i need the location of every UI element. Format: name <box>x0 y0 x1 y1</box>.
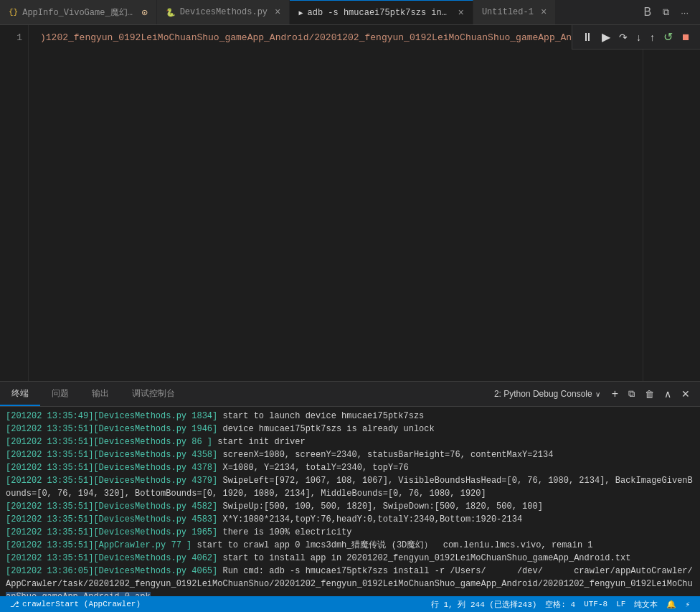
line-number-1: 1 <box>11 31 22 45</box>
tab-terminal-label: adb -s hmucaei75ptk7szs install -r /User <box>308 8 451 18</box>
debug-continue-btn[interactable]: ▶ <box>598 28 614 46</box>
json-icon: {} <box>9 8 18 17</box>
git-branch-icon: ⎇ <box>10 600 19 609</box>
console-label: 2: Python Debug Console <box>494 389 592 399</box>
debug-step-out-btn[interactable]: ↑ <box>646 29 658 45</box>
split-terminal-btn[interactable]: ⧉ <box>624 385 639 402</box>
status-indent[interactable]: 空格: 4 <box>541 599 580 610</box>
log-line-12: [201202 13:36:05][DevicesMethods.py 4065… <box>6 565 694 578</box>
tab-group: {} AppInfo_VivoGame_魔幻_20201130_110856.j… <box>0 0 632 24</box>
title-bar: {} AppInfo_VivoGame_魔幻_20201130_110856.j… <box>0 0 700 25</box>
status-bar: ⎇ crawlerStart (AppCrawler) 行 1, 列 244 (… <box>0 596 700 612</box>
tab-py-label: DevicesMethods.py <box>180 7 268 17</box>
title-bar-actions: B ⧉ ··· <box>632 0 700 24</box>
tab-py[interactable]: 🐍 DevicesMethods.py × <box>157 0 290 24</box>
log-line-9: [201202 13:35:51][DevicesMethods.py 1965… <box>6 526 694 539</box>
tab-terminal[interactable]: ▶ adb -s hmucaei75ptk7szs install -r /Us… <box>290 0 473 24</box>
editor-content: 1 )1202_fengyun_0192LeiMoChuanShuo_gameA… <box>0 25 700 381</box>
tab-untitled[interactable]: Untitled-1 × <box>473 0 556 24</box>
log-line-10: [201202 13:35:51][AppCrawler.py 77 ] sta… <box>6 539 694 552</box>
log-line-2: [201202 13:35:51][DevicesMethods.py 1946… <box>6 423 694 436</box>
power-icon: ⚡ <box>685 600 690 609</box>
code-line-1: )1202_fengyun_0192LeiMoChuanShuo_gameApp… <box>40 31 631 45</box>
editor-code[interactable]: )1202_fengyun_0192LeiMoChuanShuo_gameApp… <box>29 25 643 381</box>
debug-pause-btn[interactable]: ⏸ <box>578 29 597 46</box>
tab-json-label: AppInfo_VivoGame_魔幻_20201130_110856.json <box>22 6 137 19</box>
tab-json[interactable]: {} AppInfo_VivoGame_魔幻_20201130_110856.j… <box>0 0 157 24</box>
line-numbers: 1 <box>0 25 29 381</box>
notification-icon: 🔔 <box>666 600 676 609</box>
eol-label: LF <box>616 600 625 608</box>
log-line-8: [201202 13:35:51][DevicesMethods.py 4583… <box>6 513 694 526</box>
status-encoding[interactable]: UTF-8 <box>580 600 612 608</box>
branch-label: crawlerStart (AppCrawler) <box>22 600 141 608</box>
minimap <box>643 25 700 381</box>
status-branch[interactable]: ⎇ crawlerStart (AppCrawler) <box>6 596 145 612</box>
log-line-5: [201202 13:35:51][DevicesMethods.py 4378… <box>6 461 694 474</box>
python-icon: 🐍 <box>166 8 176 17</box>
split-editor-btn[interactable]: ⧉ <box>660 5 672 19</box>
tab-untitled-label: Untitled-1 <box>482 7 534 17</box>
log-line-3: [201202 13:35:51][DevicesMethods.py 86 ]… <box>6 436 694 448</box>
log-line-7: [201202 13:35:51][DevicesMethods.py 4582… <box>6 500 694 513</box>
language-label: 纯文本 <box>634 599 658 610</box>
log-line-11: [201202 13:35:51][DevicesMethods.py 4062… <box>6 552 694 565</box>
panel-tab-terminal[interactable]: 终端 <box>0 382 40 406</box>
debug-step-over-btn[interactable]: ↷ <box>615 29 631 45</box>
delete-terminal-btn[interactable]: 🗑 <box>640 386 658 402</box>
log-line-12b: AppCrawler/task/20201202_fengyun_0192Lei… <box>6 578 694 590</box>
status-right: 行 1, 列 244 (已选择243) 空格: 4 UTF-8 LF 纯文本 🔔… <box>427 599 694 610</box>
cursor-position-label: 行 1, 列 244 (已选择243) <box>431 599 536 610</box>
debug-restart-btn[interactable]: ↺ <box>660 28 676 46</box>
panel-tab-problems[interactable]: 问题 <box>40 382 80 406</box>
terminal-content[interactable]: [201202 13:35:49][DevicesMethods.py 1834… <box>0 407 700 596</box>
terminal-icon: ▶ <box>298 9 303 17</box>
status-notifications[interactable]: 🔔 <box>662 600 681 609</box>
log-line-6b: ounds=[0, 76, 194, 320], BottomBounds=[0… <box>6 487 694 500</box>
maximize-panel-btn[interactable]: ∧ <box>660 385 676 402</box>
tab-untitled-close[interactable]: × <box>541 7 547 17</box>
log-line-12c: anShuo_gameApp_Android_0.apk <box>6 590 694 596</box>
tab-modified-json: ⊙ <box>141 6 147 19</box>
log-line-1: [201202 13:35:49][DevicesMethods.py 1834… <box>6 410 694 423</box>
status-eol[interactable]: LF <box>612 600 630 608</box>
status-power[interactable]: ⚡ <box>681 600 694 609</box>
debug-step-into-btn[interactable]: ↓ <box>633 29 645 45</box>
console-selector[interactable]: 2: Python Debug Console ∨ <box>488 386 606 402</box>
log-line-6: [201202 13:35:51][DevicesMethods.py 4379… <box>6 474 694 487</box>
tab-terminal-close[interactable]: × <box>458 8 464 18</box>
encoding-label: UTF-8 <box>584 600 607 608</box>
panel-area: 终端 问题 输出 调试控制台 2: Python Debug Console ∨… <box>0 381 700 596</box>
panel-tab-output[interactable]: 输出 <box>80 382 120 406</box>
status-cursor[interactable]: 行 1, 列 244 (已选择243) <box>427 599 541 610</box>
bold-btn[interactable]: B <box>640 4 654 20</box>
panel-tabs: 终端 问题 输出 调试控制台 2: Python Debug Console ∨… <box>0 382 700 407</box>
editor-area: ⏸ ▶ ↷ ↓ ↑ ↺ ⏹ 1 )1202_fengyun_0192LeiMoC… <box>0 25 700 381</box>
indent-label: 空格: 4 <box>545 599 575 610</box>
debug-stop-btn[interactable]: ⏹ <box>678 29 694 44</box>
debug-toolbar: ⏸ ▶ ↷ ↓ ↑ ↺ ⏹ <box>572 25 700 50</box>
tab-py-close[interactable]: × <box>275 7 280 17</box>
more-btn[interactable]: ··· <box>678 6 691 19</box>
add-terminal-btn[interactable]: + <box>607 385 623 403</box>
close-panel-btn[interactable]: ✕ <box>677 385 694 402</box>
log-line-4: [201202 13:35:51][DevicesMethods.py 4358… <box>6 448 694 461</box>
status-language[interactable]: 纯文本 <box>630 599 662 610</box>
panel-actions: 2: Python Debug Console ∨ + ⧉ 🗑 ∧ ✕ <box>488 385 700 403</box>
panel-tab-debug-console[interactable]: 调试控制台 <box>120 382 186 406</box>
chevron-down-icon: ∨ <box>595 390 600 398</box>
